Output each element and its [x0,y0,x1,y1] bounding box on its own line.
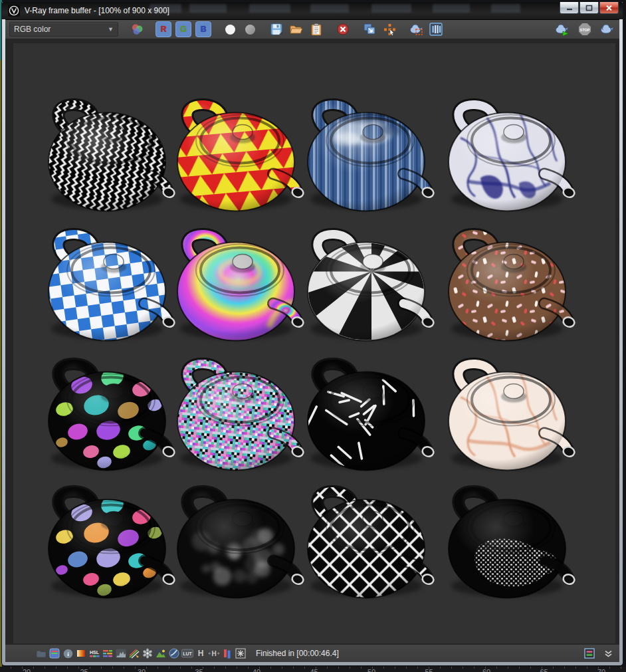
lens-effects-icon[interactable] [168,647,180,659]
teapot-r3c3 [300,356,436,482]
folder-icon[interactable] [35,647,47,659]
teapot-r3c2-pastel-mosaic-checker [169,356,306,482]
expand-icon[interactable] [602,647,614,659]
timeline-tick-label: 50 [367,668,375,672]
teapot-r1c3-blue-water-clouds [300,96,436,223]
render-last-button[interactable] [554,21,570,37]
channel-select-value: RGB color [14,25,51,34]
timeline-tick-label: 35 [195,668,203,672]
track-mouse-button[interactable] [381,21,397,37]
teapot-r2c4 [441,226,577,352]
duplicate-to-host-button[interactable] [362,21,377,37]
stereo-icon[interactable] [221,647,233,659]
teapot-r1c4-white-navy-marble [441,96,577,223]
timeline-tick-label: 60 [482,668,490,672]
corrections-window-icon[interactable] [583,647,595,659]
frame-buffer-content [5,39,619,644]
teapot-r4c4-black-white-crackle [441,483,577,610]
vray-frame-buffer-window: V-Ray frame buffer - [100% of 900 x 900]… [1,1,623,666]
teapot-r2c3 [300,226,436,352]
force-clamp-icon[interactable] [75,647,87,659]
teapot-r4c1 [41,483,177,610]
color-wheel-icon[interactable] [129,21,145,37]
statusbar: i HSL [5,644,619,662]
svg-text:STOP: STOP [579,28,589,32]
teapot-r2c1-blue-white-checker [41,226,177,352]
teapot-r2c4-brown-pink-confetti [441,226,577,352]
ghost-menu-item [249,4,290,13]
channel-select-dropdown[interactable]: RGB color ▼ [9,22,118,37]
teapot-r3c1 [41,356,177,482]
levels-icon[interactable] [115,647,127,659]
load-image-button[interactable] [288,21,304,37]
teapot-r1c4 [441,96,577,223]
teapot-r3c3-black-white-sticks [300,356,436,482]
teapot-r1c2-yellow-red-triangles [169,96,306,223]
pixel-info-icon[interactable]: i [62,647,74,659]
stop-button[interactable]: STOP [577,21,593,37]
background-image-icon[interactable] [155,647,167,659]
compare-ab-button[interactable] [428,21,444,37]
timeline-tick-label: 25 [80,668,88,672]
hsl-icon[interactable]: HSL [88,647,100,659]
teapot-r1c1-black-white-zebra [41,96,177,223]
chevron-down-icon: ▼ [108,26,114,33]
timeline-tick-label: 40 [253,668,261,672]
timeline-tick-label: 65 [540,668,548,672]
teapot-r3c4 [441,356,577,482]
teapot-r4c4 [441,483,577,610]
copy-to-clipboard-button[interactable] [308,21,324,37]
timeline-tick-label: 30 [138,668,146,672]
minimize-button[interactable] [560,2,579,14]
render-button[interactable] [599,21,615,37]
clamp-colors-button[interactable] [242,21,258,37]
ghost-menu-item [189,4,227,13]
teapot-r1c1 [41,96,177,223]
teapot-r1c3 [300,96,436,223]
teapot-r3c1-black-color-dots [41,356,177,482]
teapot-r3c2 [169,356,306,482]
teapot-r1c2 [169,96,306,223]
status-text: Finished in [00:00:46.4] [256,649,339,658]
clear-image-button[interactable] [335,21,351,37]
teapot-r4c1-black-color-dots-2 [41,483,177,610]
curves-icon[interactable] [128,647,140,659]
teapot-grid [13,43,615,643]
teapot-r4c3-black-white-lattice [300,483,436,610]
ghost-menu-item [433,4,470,13]
ghost-menu-item [310,4,349,13]
white-balance-icon[interactable] [142,647,154,659]
teapot-r2c2 [169,226,306,352]
save-image-button[interactable] [268,21,284,37]
toolbar: RGB color ▼ R G B [5,19,619,39]
teapot-r3c4-cream-orange-marble [441,356,577,482]
teapot-r4c3 [300,483,436,610]
blue-channel-button[interactable]: B [195,21,211,37]
teapot-r4c2 [169,483,306,610]
timeline-tick-label: 20 [23,668,31,672]
teapot-r2c2-psychedelic-rainbow [169,226,306,352]
lut-icon[interactable]: LUT [181,647,193,659]
svg-text:H: H [211,650,216,657]
monochrome-button[interactable] [222,21,238,37]
denoiser-icon[interactable] [235,647,247,659]
green-channel-button[interactable]: G [175,21,191,37]
timeline-tick-label: 45 [310,668,318,672]
red-channel-button[interactable]: R [156,21,171,37]
icc-icon[interactable]: H [195,647,207,659]
render-image[interactable] [13,43,615,643]
maximize-button[interactable] [579,2,599,14]
timeline-tick-label: 55 [425,668,433,672]
svg-text:HSL: HSL [90,650,100,655]
ocio-icon[interactable]: H [208,647,220,659]
teapot-r4c2-dark-smoke [169,483,306,610]
titlebar[interactable]: V-Ray frame buffer - [100% of 900 x 900] [2,2,623,19]
timeline-ruler: 2025303540455055606570 [0,667,626,672]
region-render-button[interactable] [408,21,424,37]
vray-logo-icon [8,5,20,17]
color-balance-icon[interactable] [102,647,114,659]
color-corrections-icon[interactable] [49,647,60,659]
close-button[interactable] [599,2,619,14]
svg-text:LUT: LUT [183,651,192,656]
teapot-r2c1 [41,226,177,352]
